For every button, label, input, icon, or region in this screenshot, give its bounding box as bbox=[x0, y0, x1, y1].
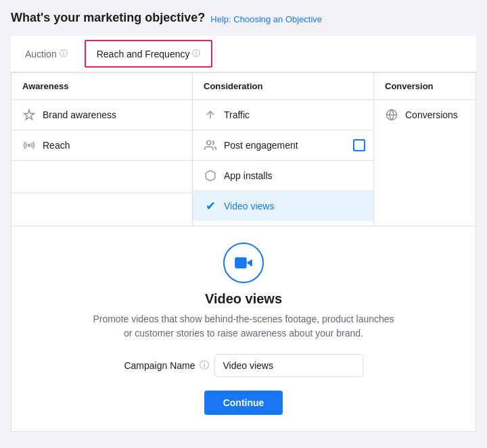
tabs-container: Auction ⓘ Reach and Frequency ⓘ bbox=[11, 36, 476, 72]
post-engagement-label: Post engagement bbox=[224, 140, 298, 151]
conversions-item[interactable]: Conversions bbox=[374, 100, 476, 130]
traffic-icon bbox=[204, 108, 217, 122]
tab-auction-label: Auction bbox=[25, 49, 57, 59]
app-installs-item[interactable]: App installs bbox=[193, 161, 373, 191]
consideration-items: Traffic Post engagement bbox=[193, 100, 374, 226]
post-engagement-item[interactable]: Post engagement bbox=[193, 130, 373, 161]
conversion-items: Conversions bbox=[374, 100, 476, 226]
video-views-icon-circle bbox=[223, 243, 264, 283]
video-camera-icon bbox=[234, 253, 253, 272]
conversions-label: Conversions bbox=[405, 109, 458, 120]
auction-info-icon: ⓘ bbox=[60, 48, 68, 59]
post-engagement-checkbox[interactable] bbox=[353, 139, 365, 151]
svg-point-0 bbox=[28, 145, 30, 147]
brand-awareness-icon bbox=[22, 108, 36, 122]
video-views-check-icon: ✔ bbox=[204, 199, 217, 213]
svg-point-1 bbox=[207, 141, 211, 145]
campaign-name-row: Campaign Name ⓘ bbox=[124, 354, 363, 377]
awareness-column-header: Awareness bbox=[11, 73, 193, 100]
brand-awareness-label: Brand awareness bbox=[43, 109, 116, 120]
reach-frequency-info-icon: ⓘ bbox=[192, 48, 200, 59]
tab-auction[interactable]: Auction ⓘ bbox=[14, 40, 79, 68]
post-engagement-icon bbox=[204, 139, 217, 152]
detail-description: Promote videos that show behind-the-scen… bbox=[88, 312, 399, 341]
objectives-grid: Awareness Consideration Conversion Brand… bbox=[11, 72, 476, 226]
continue-button[interactable]: Continue bbox=[204, 391, 283, 415]
campaign-name-input[interactable] bbox=[214, 354, 363, 377]
svg-rect-4 bbox=[235, 257, 247, 268]
conversion-column-header: Conversion bbox=[374, 73, 476, 100]
video-views-item[interactable]: ✔ Video views bbox=[193, 191, 373, 221]
detail-section: Video views Promote videos that show beh… bbox=[11, 226, 476, 432]
awareness-filler-2 bbox=[11, 193, 192, 226]
page-title: What's your marketing objective? bbox=[11, 11, 205, 25]
detail-title: Video views bbox=[205, 291, 282, 307]
conversions-icon bbox=[385, 108, 398, 122]
traffic-label: Traffic bbox=[224, 109, 250, 120]
help-link[interactable]: Help: Choosing an Objective bbox=[210, 14, 322, 24]
reach-label: Reach bbox=[43, 140, 70, 151]
app-installs-icon bbox=[204, 169, 217, 182]
awareness-filler-1 bbox=[11, 161, 192, 193]
reach-icon bbox=[22, 139, 36, 152]
tab-reach-frequency[interactable]: Reach and Frequency ⓘ bbox=[85, 40, 213, 68]
tab-reach-frequency-label: Reach and Frequency bbox=[97, 49, 190, 59]
awareness-items: Brand awareness Reach bbox=[11, 100, 193, 226]
reach-item[interactable]: Reach bbox=[11, 130, 192, 161]
traffic-item[interactable]: Traffic bbox=[193, 100, 373, 130]
app-installs-label: App installs bbox=[224, 170, 273, 181]
consideration-column-header: Consideration bbox=[193, 73, 374, 100]
video-views-label: Video views bbox=[224, 201, 274, 211]
campaign-name-info-icon: ⓘ bbox=[200, 359, 209, 372]
campaign-name-label: Campaign Name ⓘ bbox=[124, 359, 208, 372]
brand-awareness-item[interactable]: Brand awareness bbox=[11, 100, 192, 130]
